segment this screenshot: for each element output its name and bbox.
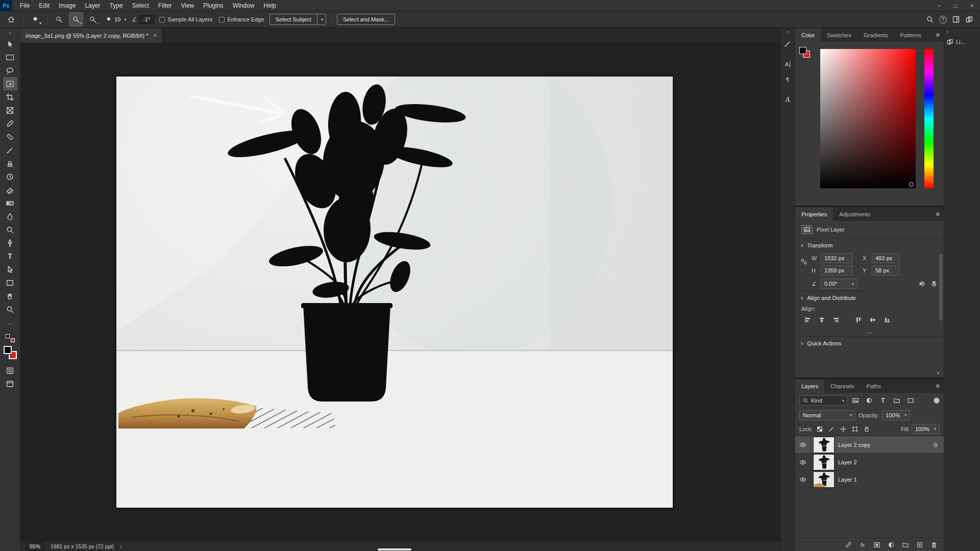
menu-image[interactable]: Image	[54, 0, 80, 11]
quick-actions-section-header[interactable]: ∨ Quick Actions	[795, 337, 944, 350]
tools-more-button[interactable]: …	[3, 316, 17, 329]
photoshop-logo[interactable]: Ps	[0, 0, 12, 11]
tab-properties[interactable]: Properties	[795, 207, 833, 221]
filter-pixel-layers-button[interactable]	[850, 395, 861, 406]
menu-window[interactable]: Window	[228, 0, 259, 11]
saturation-brightness-field[interactable]	[820, 49, 916, 188]
menu-help[interactable]: Help	[259, 0, 281, 11]
x-field[interactable]: 483 px	[872, 253, 899, 263]
maximize-button[interactable]: □	[947, 0, 964, 11]
layer-style-button[interactable]: fx	[857, 540, 868, 550]
tool-clone-stamp[interactable]	[3, 157, 17, 170]
enhance-edge-option[interactable]: Enhance Edge	[217, 16, 265, 22]
lock-all-button[interactable]	[862, 424, 871, 434]
new-group-button[interactable]	[900, 540, 911, 550]
align-more-button[interactable]: …	[795, 327, 944, 336]
menu-layer[interactable]: Layer	[80, 0, 105, 11]
canvas-area[interactable]	[20, 43, 780, 541]
canvas-image[interactable]	[116, 77, 673, 508]
y-field[interactable]: 58 px	[872, 265, 899, 276]
enhance-edge-checkbox[interactable]	[219, 17, 225, 22]
layer-row-layer-1[interactable]: Layer 1	[795, 471, 944, 488]
tool-spot-healing[interactable]	[3, 130, 17, 143]
properties-scrollbar[interactable]	[939, 254, 943, 320]
tab-channels[interactable]: Channels	[824, 379, 860, 393]
tab-close-icon[interactable]: ×	[153, 32, 157, 39]
tool-zoom[interactable]	[3, 303, 17, 316]
tool-dodge[interactable]	[3, 223, 17, 236]
tool-marquee[interactable]	[3, 51, 17, 64]
add-layer-mask-button[interactable]	[871, 540, 883, 550]
filter-kind-dropdown[interactable]: Kind ▾	[799, 395, 847, 406]
tool-lasso[interactable]	[3, 64, 17, 77]
tab-swatches[interactable]: Swatches	[821, 28, 857, 42]
tool-hand[interactable]	[3, 289, 17, 303]
tool-crop[interactable]	[3, 90, 17, 104]
tool-preset-picker[interactable]: ▾	[29, 13, 42, 26]
flip-horizontal-icon[interactable]	[918, 280, 925, 287]
layer-row-layer-2[interactable]: Layer 2	[795, 454, 944, 471]
panel-menu-icon[interactable]: ≡	[932, 379, 944, 393]
layer-name[interactable]: Layer 1	[838, 477, 857, 483]
layer-thumbnail[interactable]	[814, 455, 834, 470]
swap-colors-icon[interactable]	[6, 334, 15, 342]
new-selection-brush-button[interactable]	[53, 13, 66, 26]
menu-edit[interactable]: Edit	[34, 0, 54, 11]
layer-name[interactable]: Layer 2 copy	[838, 442, 870, 448]
quick-mask-toggle[interactable]	[3, 364, 17, 377]
panel-menu-icon[interactable]: ≡	[932, 207, 944, 221]
filter-toggle[interactable]	[934, 397, 940, 404]
lock-position-button[interactable]	[838, 424, 848, 434]
menu-file[interactable]: File	[15, 0, 34, 11]
fill-dropdown[interactable]: 100% ▾	[912, 424, 940, 434]
foreground-color-swatch[interactable]	[799, 47, 806, 54]
minimize-button[interactable]: −	[931, 0, 947, 11]
toolbar-collapse-icon[interactable]: »	[9, 30, 11, 37]
panel-layout-icon[interactable]	[965, 15, 973, 23]
tool-move[interactable]	[3, 37, 17, 51]
tab-layers[interactable]: Layers	[795, 379, 824, 393]
color-panel-swatches[interactable]	[799, 47, 813, 60]
select-and-mask-button[interactable]: Select and Mask...	[337, 14, 396, 25]
delete-layer-button[interactable]	[928, 540, 940, 550]
filter-adjustment-layers-button[interactable]	[864, 395, 875, 406]
flip-vertical-icon[interactable]	[930, 280, 938, 287]
tool-eraser[interactable]	[3, 183, 17, 196]
search-icon[interactable]	[926, 15, 934, 23]
sample-all-layers-checkbox[interactable]	[159, 17, 165, 22]
tool-pen[interactable]	[3, 236, 17, 249]
character-panel-icon[interactable]: A	[781, 58, 794, 70]
menu-filter[interactable]: Filter	[154, 0, 177, 11]
brush-angle-control[interactable]: ∠ -1°	[132, 15, 154, 24]
tool-gradient[interactable]	[3, 196, 17, 210]
panel-menu-icon[interactable]: ≡	[932, 28, 944, 42]
hue-slider[interactable]	[924, 49, 934, 188]
align-top-button[interactable]	[852, 315, 865, 325]
paragraph-panel-icon[interactable]: ¶	[781, 73, 794, 86]
new-adjustment-layer-button[interactable]	[886, 540, 897, 550]
filter-smart-objects-button[interactable]	[905, 395, 916, 406]
tool-brush[interactable]	[3, 143, 17, 157]
new-layer-button[interactable]	[914, 540, 925, 550]
tab-adjustments[interactable]: Adjustments	[833, 207, 876, 221]
menu-type[interactable]: Type	[105, 0, 127, 11]
libraries-collapse-icon[interactable]: «	[944, 29, 980, 36]
tool-path-selection[interactable]	[3, 263, 17, 276]
sample-all-layers-option[interactable]: Sample All Layers	[158, 16, 214, 22]
color-picker-marker[interactable]	[909, 182, 914, 187]
height-field[interactable]: 1359 px	[821, 265, 852, 276]
align-left-button[interactable]	[801, 315, 814, 325]
tab-color[interactable]: Color	[795, 28, 821, 42]
lock-image-pixels-button[interactable]	[826, 424, 836, 434]
layer-thumbnail[interactable]	[814, 437, 834, 453]
rotation-field[interactable]: 0.00° ▾	[821, 279, 857, 289]
menu-select[interactable]: Select	[127, 0, 153, 11]
tool-object-selection[interactable]	[3, 77, 17, 90]
tool-history-brush[interactable]	[3, 170, 17, 183]
layer-visibility-toggle[interactable]	[795, 436, 811, 454]
menu-plugins[interactable]: Plugins	[199, 0, 228, 11]
brush-settings-panel-icon[interactable]	[781, 38, 794, 50]
align-right-button[interactable]	[830, 315, 842, 325]
select-subject-button[interactable]: Select Subject	[270, 14, 317, 25]
brush-size-control[interactable]: 10 ▾	[103, 16, 128, 23]
